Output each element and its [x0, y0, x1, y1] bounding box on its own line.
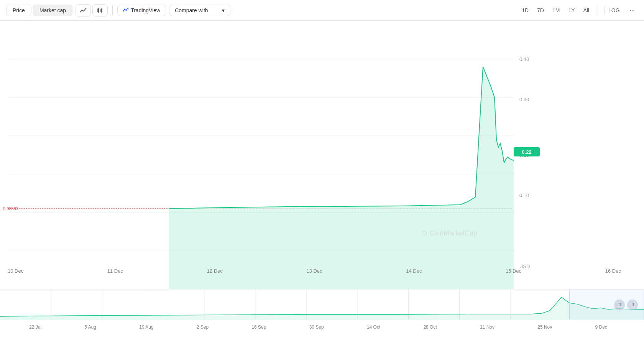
svg-text:0.40: 0.40 [519, 56, 529, 62]
compare-with-label: Compare with [175, 7, 208, 13]
x-axis-labels: 10 Dec 11 Dec 12 Dec 13 Dec 14 Dec 15 De… [8, 268, 621, 274]
mini-date-5aug: 5 Aug [84, 324, 96, 330]
main-chart: 0.40 0.30 0.20 0.10 0.22 · 0.08593 ⊙ Coi… [0, 21, 644, 289]
mini-date-28oct: 28 Oct [423, 324, 437, 330]
pause-btn-1[interactable]: ⏸ [614, 299, 625, 310]
mini-date-16sep: 16 Sep [251, 324, 266, 330]
date-label-10dec: 10 Dec [8, 268, 23, 274]
chart-svg: 0.40 0.30 0.20 0.10 0.22 · 0.08593 ⊙ Coi… [0, 21, 644, 289]
line-chart-btn[interactable] [76, 4, 91, 16]
log-btn[interactable]: LOG [604, 5, 624, 15]
svg-text:0.22: 0.22 [522, 149, 531, 155]
toolbar: Price Market cap TradingView [0, 0, 644, 21]
svg-rect-0 [98, 9, 99, 12]
mini-date-2sep: 2 Sep [197, 324, 209, 330]
mini-chart-date-labels: 22 Jul 5 Aug 19 Aug 2 Sep 16 Sep 30 Sep … [0, 320, 644, 334]
time-range-group: 1D 7D 1M 1Y All [518, 5, 593, 15]
svg-rect-3 [101, 10, 102, 12]
chart-type-toggle: Price Market cap [6, 5, 72, 16]
mini-controls: ⏸ ⏸ [614, 299, 638, 310]
tradingview-label: TradingView [131, 7, 160, 13]
mini-date-22jul: 22 Jul [29, 324, 41, 330]
more-btn[interactable]: ··· [627, 5, 638, 16]
svg-text:0.30: 0.30 [519, 97, 529, 102]
svg-text:· 0.08593: · 0.08593 [1, 206, 18, 211]
market-cap-tab[interactable]: Market cap [33, 5, 72, 16]
time-btn-1y[interactable]: 1Y [564, 5, 578, 15]
price-tab[interactable]: Price [6, 5, 31, 16]
mini-date-14oct: 14 Oct [367, 324, 380, 330]
candle-chart-btn[interactable] [92, 4, 108, 16]
date-label-12dec: 12 Dec [207, 268, 223, 274]
svg-text:0.10: 0.10 [519, 193, 529, 198]
tradingview-btn[interactable]: TradingView [117, 5, 166, 16]
compare-with-btn[interactable]: Compare with ▾ [169, 5, 230, 16]
date-label-13dec: 13 Dec [306, 268, 322, 274]
mini-date-9dec: 9 Dec [595, 324, 607, 330]
mini-chart: ⏸ ⏸ [0, 289, 644, 320]
time-btn-1d[interactable]: 1D [518, 5, 532, 15]
time-btn-all[interactable]: All [580, 5, 593, 15]
date-label-11dec: 11 Dec [107, 268, 123, 274]
date-label-14dec: 14 Dec [406, 268, 422, 274]
date-label-15dec: 15 Dec [506, 268, 521, 274]
mini-date-25nov: 25 Nov [537, 324, 552, 330]
chart-style-toggle [76, 4, 108, 16]
svg-text:⊙ CoinMarketCap: ⊙ CoinMarketCap [422, 229, 477, 237]
mini-chart-svg [0, 290, 644, 320]
toolbar-divider-1 [112, 5, 113, 16]
time-btn-7d[interactable]: 7D [533, 5, 548, 15]
toolbar-divider-2 [598, 5, 598, 16]
mini-date-30sep: 30 Sep [309, 324, 324, 330]
mini-date-11nov: 11 Nov [480, 324, 495, 330]
pause-btn-2[interactable]: ⏸ [627, 299, 638, 310]
mini-date-19aug: 19 Aug [139, 324, 153, 330]
time-btn-1m[interactable]: 1M [549, 5, 564, 15]
date-label-16dec: 16 Dec [605, 268, 621, 274]
compare-chevron-icon: ▾ [222, 7, 225, 13]
tradingview-icon [123, 8, 128, 13]
